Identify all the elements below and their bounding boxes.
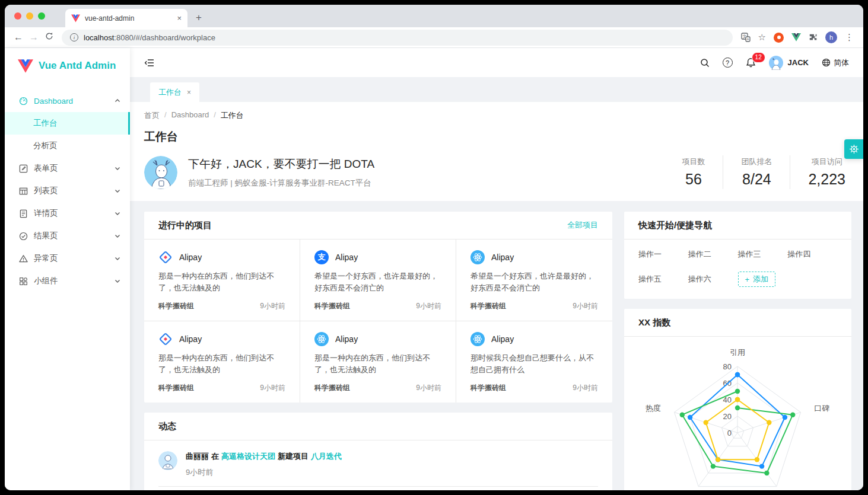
stat-rank: 团队排名 8/24 — [723, 155, 790, 189]
gear-icon — [849, 144, 859, 154]
vue-devtools-icon[interactable] — [791, 33, 801, 41]
page-header: 首页 / Dashboard / 工作台 工作台 下午好，JACK，要不要打一把… — [130, 102, 863, 201]
breadcrumb-section[interactable]: Dashboard — [171, 110, 209, 121]
app-header: ? 12 JACK 简体 — [130, 48, 863, 77]
project-card[interactable]: Alipay 那是一种内在的东西，他们到达不了，也无法触及的 科学搬砖组9小时前 — [300, 321, 456, 403]
sidebar-item-exception[interactable]: 异常页 — [5, 247, 130, 270]
project-name[interactable]: Alipay — [335, 334, 358, 344]
browser-profile-avatar[interactable]: h — [825, 31, 837, 43]
address-bar[interactable]: i localhost:8080/#/dashboard/workplace — [62, 30, 733, 46]
tab-workplace[interactable]: 工作台 × — [150, 82, 199, 102]
activity-time: 9小时前 — [186, 467, 344, 478]
projects-grid: Alipay 那是一种内在的东西，他们到达不了，也无法触及的 科学搬砖组9小时前… — [144, 239, 612, 403]
sidebar-item-label: 异常页 — [34, 253, 58, 264]
activity-avatar — [158, 451, 177, 470]
project-group-link[interactable]: 科学搬砖组 — [470, 383, 506, 393]
activity-target-link[interactable]: 八月迭代 — [311, 452, 342, 461]
project-time: 9小时前 — [573, 383, 598, 393]
menu-fold-icon[interactable] — [144, 58, 155, 68]
forward-icon[interactable]: → — [26, 32, 42, 43]
breadcrumb-home[interactable]: 首页 — [144, 110, 160, 121]
activity-user[interactable]: 曲丽丽 — [186, 452, 209, 461]
settings-button[interactable] — [844, 139, 863, 159]
quick-link-4[interactable]: 操作四 — [787, 249, 837, 260]
sidebar-item-list[interactable]: 列表页 — [5, 180, 130, 202]
macos-traffic-lights — [5, 5, 57, 27]
sidebar-item-analysis[interactable]: 分析页 — [5, 135, 130, 157]
project-group-link[interactable]: 科学搬砖组 — [158, 301, 194, 311]
dashboard-icon — [19, 97, 28, 106]
help-icon[interactable]: ? — [723, 58, 733, 68]
extension-orange-icon[interactable] — [774, 33, 784, 43]
project-group-link[interactable]: 科学搬砖组 — [314, 301, 350, 311]
close-tab-icon[interactable]: × — [177, 14, 182, 23]
new-tab-button[interactable]: + — [196, 12, 202, 24]
radar-card-header: XX 指数 — [624, 309, 851, 337]
project-name[interactable]: Alipay — [179, 253, 202, 262]
quick-link-5[interactable]: 操作五 — [638, 274, 688, 285]
svg-text:20: 20 — [723, 412, 732, 421]
activity-text: 曲丽丽在高逼格设计天团新建项目八月迭代 — [186, 451, 344, 462]
tab-close-icon[interactable]: × — [187, 88, 191, 97]
project-card[interactable]: Alipay 那是一种内在的东西，他们到达不了，也无法触及的 科学搬砖组9小时前 — [144, 239, 300, 321]
quick-start-title: 快速开始/便捷导航 — [638, 220, 712, 231]
greeting-title: 下午好，JACK，要不要打一把 DOTA — [188, 157, 374, 172]
quick-link-3[interactable]: 操作三 — [738, 249, 788, 260]
sidebar-item-dashboard[interactable]: Dashboard — [5, 90, 130, 112]
project-card[interactable]: Alipay 那时候我只会想自己想要什么，从不想自己拥有什么 科学搬砖组9小时前 — [456, 321, 612, 403]
project-card[interactable]: Alipay 希望是一个好东西，也许是最好的，好东西是不会消亡的 科学搬砖组9小… — [456, 239, 612, 321]
back-icon[interactable]: ← — [11, 32, 26, 43]
sidebar-item-label: 列表页 — [34, 186, 58, 196]
plus-icon: + — [745, 275, 750, 284]
language-switcher[interactable]: 简体 — [822, 58, 849, 68]
page-info-icon[interactable]: i — [70, 33, 78, 41]
app-logo[interactable]: Vue Antd Admin — [5, 52, 130, 80]
search-icon[interactable] — [700, 58, 710, 68]
browser-menu-icon[interactable]: ⋮ — [845, 32, 854, 43]
sidebar-item-widgets[interactable]: 小组件 — [5, 270, 130, 292]
add-button[interactable]: + 添加 — [738, 272, 776, 287]
quick-link-2[interactable]: 操作二 — [688, 249, 738, 260]
user-menu[interactable]: JACK — [769, 56, 809, 70]
quick-link-6[interactable]: 操作六 — [688, 274, 738, 285]
reload-icon[interactable] — [42, 32, 57, 43]
extensions-puzzle-icon[interactable] — [809, 33, 818, 42]
project-group-link[interactable]: 科学搬砖组 — [314, 383, 350, 393]
notification-bell-icon[interactable]: 12 — [746, 58, 756, 68]
project-desc: 那是一种内在的东西，他们到达不了，也无法触及的 — [314, 352, 441, 376]
sidebar-item-result[interactable]: 结果页 — [5, 225, 130, 247]
zoom-window-button[interactable] — [38, 12, 45, 20]
project-card[interactable]: Alipay 那是一种内在的东西，他们到达不了，也无法触及的 科学搬砖组9小时前 — [144, 321, 300, 403]
minimize-window-button[interactable] — [26, 12, 33, 20]
browser-tab-strip: vue-antd-admin × + — [5, 5, 863, 27]
activity-team-link[interactable]: 高逼格设计天团 — [221, 452, 275, 461]
project-time: 9小时前 — [260, 383, 285, 393]
stat-value: 56 — [682, 171, 705, 188]
check-circle-icon — [19, 232, 28, 241]
sidebar-item-workplace[interactable]: 工作台 — [5, 112, 130, 135]
right-column: 快速开始/便捷导航 操作一 操作二 操作三 操作四 操作五 操作六 + 添加 — [624, 212, 851, 490]
quick-link-1[interactable]: 操作一 — [638, 249, 688, 260]
project-name[interactable]: Alipay — [491, 334, 514, 344]
sidebar-item-form[interactable]: 表单页 — [5, 157, 130, 180]
close-window-button[interactable] — [14, 12, 21, 20]
project-time: 9小时前 — [416, 301, 441, 311]
project-name[interactable]: Alipay — [491, 253, 514, 262]
svg-text:80: 80 — [723, 362, 732, 371]
project-name[interactable]: Alipay — [179, 334, 202, 344]
breadcrumb-current: 工作台 — [221, 110, 244, 121]
bookmark-star-icon[interactable]: ☆ — [758, 32, 766, 43]
project-card[interactable]: 支 Alipay 希望是一个好东西，也许是最好的，好东西是不会消亡的 科学搬砖组… — [300, 239, 456, 321]
browser-tab[interactable]: vue-antd-admin × — [65, 9, 187, 27]
translate-icon[interactable]: 文A — [741, 33, 751, 42]
project-group-link[interactable]: 科学搬砖组 — [470, 301, 506, 311]
activities-title: 动态 — [158, 421, 176, 432]
all-projects-link[interactable]: 全部项目 — [567, 220, 598, 231]
sidebar-item-detail[interactable]: 详情页 — [5, 202, 130, 225]
stat-label: 项目数 — [682, 157, 705, 167]
projects-title: 进行中的项目 — [158, 220, 212, 231]
project-name[interactable]: Alipay — [335, 253, 358, 262]
project-group-link[interactable]: 科学搬砖组 — [158, 383, 194, 393]
chevron-down-icon — [115, 165, 120, 171]
breadcrumb-separator: / — [214, 110, 216, 121]
